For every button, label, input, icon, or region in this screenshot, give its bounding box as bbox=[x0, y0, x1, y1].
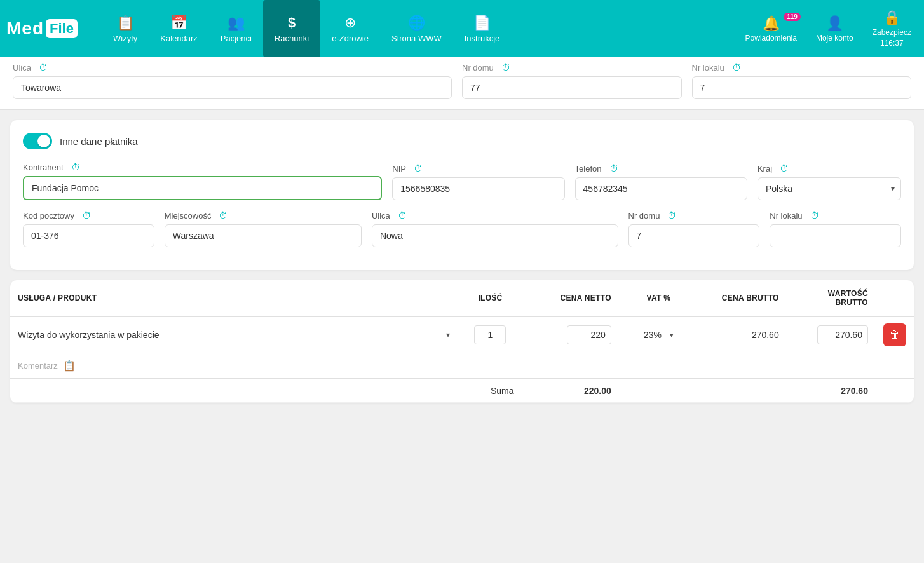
logo-med: Med bbox=[6, 18, 44, 39]
usluga-select-wrapper: Wizyta do wykorzystania w pakiecie ▾ bbox=[18, 330, 451, 340]
top-address-section: Ulica ⏱ Nr domu ⏱ Nr lokalu ⏱ bbox=[0, 57, 924, 110]
nip-input[interactable] bbox=[392, 177, 564, 200]
top-ulica-clock[interactable]: ⏱ bbox=[39, 62, 48, 72]
field-kod-pocztowy: Kod pocztowy ⏱ bbox=[23, 210, 154, 247]
top-nr-lokalu-clock[interactable]: ⏱ bbox=[732, 62, 741, 72]
kod-input[interactable] bbox=[23, 224, 154, 247]
toggle-row: Inne dane płatnika bbox=[23, 133, 901, 149]
invoice-table: USŁUGA / PRODUKT ILOŚĆ CENA NETTO VAT % … bbox=[10, 280, 914, 403]
nav-label-strona-www: Strona WWW bbox=[391, 34, 442, 43]
nav-label-e-zdrowie: e-Zdrowie bbox=[332, 34, 369, 43]
table-header-row: USŁUGA / PRODUKT ILOŚĆ CENA NETTO VAT % … bbox=[10, 280, 914, 316]
nav-label-kalendarz: Kalendarz bbox=[160, 34, 198, 43]
kraj-select[interactable]: Polska Niemcy Francja Czechy bbox=[758, 177, 901, 200]
top-nr-domu-label: Nr domu bbox=[462, 63, 494, 72]
field-kontrahent: Kontrahent ⏱ bbox=[23, 162, 382, 200]
toggle-knob bbox=[37, 135, 50, 147]
field-nr-lokalu: Nr lokalu ⏱ bbox=[770, 210, 901, 247]
ulica-input[interactable] bbox=[372, 224, 618, 247]
nav-time: 116:37 bbox=[880, 39, 904, 48]
col-cena-brutto: CENA BRUTTO bbox=[698, 280, 787, 316]
wartosc-brutto-input[interactable] bbox=[817, 325, 868, 344]
nav-item-instrukcje[interactable]: 📄 Instrukcje bbox=[453, 0, 512, 57]
ulica-clock[interactable]: ⏱ bbox=[398, 210, 407, 220]
nav-item-kalendarz[interactable]: 📅 Kalendarz bbox=[149, 0, 209, 57]
document-icon[interactable]: 📋 bbox=[63, 360, 76, 372]
kraj-label: Kraj ⏱ bbox=[758, 163, 901, 173]
inne-dane-toggle[interactable] bbox=[23, 133, 52, 149]
kalendarz-icon: 📅 bbox=[170, 15, 187, 31]
nav-item-wizyty[interactable]: 📋 Wizyty bbox=[102, 0, 149, 57]
telefon-clock[interactable]: ⏱ bbox=[609, 163, 618, 173]
top-nr-lokalu-input[interactable] bbox=[692, 76, 912, 99]
nr-lokalu-label: Nr lokalu ⏱ bbox=[770, 210, 901, 220]
kraj-clock[interactable]: ⏱ bbox=[780, 163, 789, 173]
nav-items: 📋 Wizyty 📅 Kalendarz 👥 Pacjenci $ Rachun… bbox=[102, 0, 739, 57]
kod-clock[interactable]: ⏱ bbox=[82, 210, 91, 220]
pacjenci-icon: 👥 bbox=[228, 15, 245, 31]
wartosc-brutto-cell bbox=[787, 316, 876, 353]
nav-item-e-zdrowie[interactable]: ⊕ e-Zdrowie bbox=[320, 0, 380, 57]
usluga-cell: Wizyta do wykorzystania w pakiecie ▾ bbox=[10, 316, 459, 353]
kontrahent-clock[interactable]: ⏱ bbox=[71, 162, 80, 172]
notifications-label: Powiadomienia bbox=[745, 34, 797, 43]
security-button[interactable]: 🔒 Zabezpiecz 116:37 bbox=[866, 6, 918, 51]
nav-label-rachunki: Rachunki bbox=[275, 34, 309, 43]
nr-domu-input[interactable] bbox=[628, 224, 760, 247]
nr-domu-clock[interactable]: ⏱ bbox=[667, 210, 676, 220]
nav-item-pacjenci[interactable]: 👥 Pacjenci bbox=[209, 0, 263, 57]
ilosc-cell bbox=[459, 316, 521, 353]
top-nr-lokalu-label: Nr lokalu bbox=[692, 63, 724, 72]
logo[interactable]: Med File bbox=[6, 18, 89, 39]
form-row-1: Kontrahent ⏱ NIP ⏱ Telefon ⏱ bbox=[23, 162, 901, 200]
telefon-input[interactable] bbox=[575, 177, 747, 200]
strona-www-icon: 🌐 bbox=[408, 15, 425, 31]
vat-cell: 23% 8% 5% 0% zw. ▾ bbox=[619, 316, 698, 353]
notifications-button[interactable]: 🔔 119 Powiadomienia bbox=[739, 11, 803, 46]
telefon-label: Telefon ⏱ bbox=[575, 163, 747, 173]
ilosc-input[interactable] bbox=[474, 325, 506, 344]
top-nr-domu-input[interactable] bbox=[462, 76, 682, 99]
miejscowosc-input[interactable] bbox=[165, 224, 362, 247]
ulica-label: Ulica ⏱ bbox=[372, 210, 618, 220]
cena-netto-cell bbox=[522, 316, 619, 353]
col-usluga: USŁUGA / PRODUKT bbox=[10, 280, 459, 316]
rachunki-icon: $ bbox=[288, 15, 296, 31]
suma-brutto: 270.60 bbox=[787, 379, 876, 403]
usluga-select[interactable]: Wizyta do wykorzystania w pakiecie bbox=[18, 330, 451, 340]
nr-lokalu-clock[interactable]: ⏱ bbox=[810, 210, 819, 220]
wizyty-icon: 📋 bbox=[117, 15, 134, 31]
nav-label-instrukcje: Instrukcje bbox=[465, 34, 500, 43]
top-ulica-input[interactable] bbox=[13, 76, 452, 99]
nav-item-rachunki[interactable]: $ Rachunki bbox=[263, 0, 320, 57]
suma-label: Suma bbox=[10, 379, 522, 403]
logo-file: File bbox=[46, 19, 78, 38]
cena-netto-input[interactable] bbox=[567, 325, 611, 344]
suma-netto: 220.00 bbox=[522, 379, 619, 403]
col-vat: VAT % bbox=[619, 280, 698, 316]
miejscowosc-clock[interactable]: ⏱ bbox=[219, 210, 228, 220]
miejscowosc-label: Miejscowość ⏱ bbox=[165, 210, 362, 220]
nr-lokalu-input[interactable] bbox=[770, 224, 901, 247]
toggle-label: Inne dane płatnika bbox=[60, 136, 138, 147]
kontrahent-input[interactable] bbox=[23, 176, 382, 200]
field-ulica: Ulica ⏱ bbox=[372, 210, 618, 247]
field-nr-domu: Nr domu ⏱ bbox=[628, 210, 760, 247]
field-telefon: Telefon ⏱ bbox=[575, 163, 747, 200]
field-nip: NIP ⏱ bbox=[392, 163, 564, 200]
invoice-table-card: USŁUGA / PRODUKT ILOŚĆ CENA NETTO VAT % … bbox=[10, 280, 914, 403]
main-content: Ulica ⏱ Nr domu ⏱ Nr lokalu ⏱ bbox=[0, 57, 924, 403]
account-button[interactable]: 👤 Moje konto bbox=[810, 11, 860, 46]
form-row-2: Kod pocztowy ⏱ Miejscowość ⏱ Ulica ⏱ bbox=[23, 210, 901, 247]
nip-label: NIP ⏱ bbox=[392, 163, 564, 173]
col-ilosc: ILOŚĆ bbox=[459, 280, 521, 316]
notifications-badge: 119 bbox=[784, 13, 801, 21]
navbar: Med File 📋 Wizyty 📅 Kalendarz 👥 Pacjenci… bbox=[0, 0, 924, 57]
top-nr-domu-clock[interactable]: ⏱ bbox=[501, 62, 510, 72]
e-zdrowie-icon: ⊕ bbox=[344, 15, 356, 31]
nip-clock[interactable]: ⏱ bbox=[414, 163, 423, 173]
nav-item-strona-www[interactable]: 🌐 Strona WWW bbox=[380, 0, 453, 57]
table-row: Wizyta do wykorzystania w pakiecie ▾ bbox=[10, 316, 914, 353]
delete-row-button[interactable]: 🗑 bbox=[883, 323, 906, 346]
vat-select[interactable]: 23% 8% 5% 0% zw. bbox=[644, 330, 674, 340]
